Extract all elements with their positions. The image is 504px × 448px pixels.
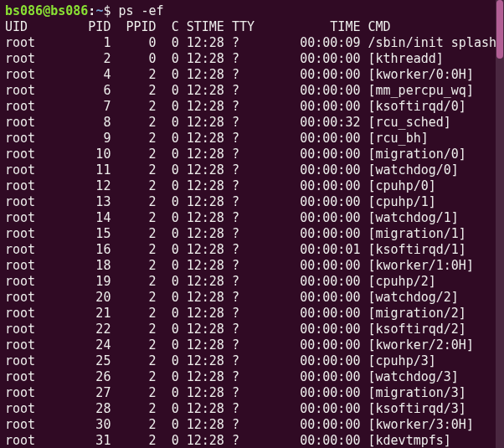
process-row: root 18 2 0 12:28 ? 00:00:00 [kworker/1:…	[5, 258, 474, 273]
scrollbar-thumb[interactable]	[496, 0, 503, 59]
process-row: root 10 2 0 12:28 ? 00:00:00 [migration/…	[5, 147, 466, 162]
prompt-user-host: bs086@bs086	[5, 3, 88, 18]
process-row: root 28 2 0 12:28 ? 00:00:00 [ksoftirqd/…	[5, 401, 466, 416]
process-row: root 12 2 0 12:28 ? 00:00:00 [cpuhp/0]	[5, 178, 436, 193]
process-row: root 8 2 0 12:28 ? 00:00:32 [rcu_sched]	[5, 115, 451, 130]
terminal-output[interactable]: bs086@bs086:~$ ps -ef UID PID PPID C STI…	[0, 0, 504, 448]
process-row: root 6 2 0 12:28 ? 00:00:00 [mm_percpu_w…	[5, 83, 474, 98]
process-row: root 25 2 0 12:28 ? 00:00:00 [cpuhp/3]	[5, 353, 436, 368]
process-row: root 15 2 0 12:28 ? 00:00:00 [migration/…	[5, 226, 466, 241]
process-row: root 24 2 0 12:28 ? 00:00:00 [kworker/2:…	[5, 337, 474, 353]
process-row: root 14 2 0 12:28 ? 00:00:00 [watchdog/1…	[5, 210, 459, 225]
process-row: root 20 2 0 12:28 ? 00:00:00 [watchdog/2…	[5, 290, 459, 305]
process-row: root 13 2 0 12:28 ? 00:00:00 [cpuhp/1]	[5, 194, 436, 209]
process-row: root 22 2 0 12:28 ? 00:00:00 [ksoftirqd/…	[5, 322, 466, 337]
process-row: root 9 2 0 12:28 ? 00:00:00 [rcu_bh]	[5, 131, 429, 146]
process-row: root 11 2 0 12:28 ? 00:00:00 [watchdog/0…	[5, 162, 459, 178]
process-row: root 2 0 0 12:28 ? 00:00:00 [kthreadd]	[5, 51, 444, 66]
prompt-dollar: $	[103, 3, 118, 18]
ps-header-row: UID PID PPID C STIME TTY TIME CMD	[5, 19, 391, 34]
process-row: root 27 2 0 12:28 ? 00:00:00 [migration/…	[5, 385, 466, 400]
process-row: root 21 2 0 12:28 ? 00:00:00 [migration/…	[5, 306, 466, 321]
prompt-command: ps -ef	[118, 3, 163, 18]
vertical-scrollbar[interactable]	[496, 0, 504, 448]
process-row: root 19 2 0 12:28 ? 00:00:00 [cpuhp/2]	[5, 274, 436, 289]
process-row: root 26 2 0 12:28 ? 00:00:00 [watchdog/3…	[5, 369, 459, 384]
process-row: root 31 2 0 12:28 ? 00:00:00 [kdevtmpfs]	[5, 433, 451, 448]
process-row: root 16 2 0 12:28 ? 00:00:01 [ksoftirqd/…	[5, 242, 466, 257]
process-row: root 30 2 0 12:28 ? 00:00:00 [kworker/3:…	[5, 417, 474, 432]
process-row: root 4 2 0 12:28 ? 00:00:00 [kworker/0:0…	[5, 67, 474, 82]
process-row: root 1 0 0 12:28 ? 00:00:09 /sbin/init s…	[5, 35, 496, 50]
process-row: root 7 2 0 12:28 ? 00:00:00 [ksoftirqd/0…	[5, 99, 466, 114]
